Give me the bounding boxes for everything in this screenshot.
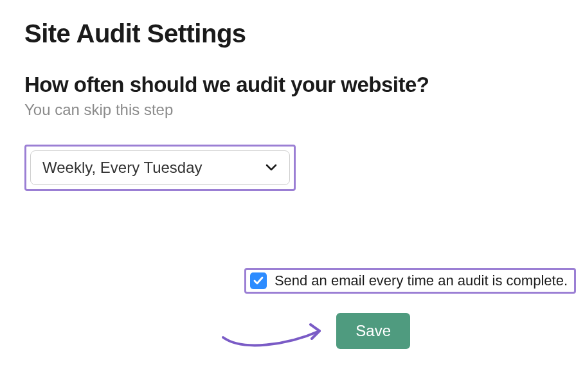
page-title: Site Audit Settings [24, 19, 552, 48]
save-row: Save [217, 312, 410, 350]
save-button[interactable]: Save [336, 313, 410, 349]
email-checkbox[interactable] [250, 272, 267, 289]
email-checkbox-label: Send an email every time an audit is com… [274, 272, 568, 289]
schedule-heading: How often should we audit your website? [24, 73, 552, 97]
bottom-actions: Send an email every time an audit is com… [24, 268, 552, 350]
email-option-highlight: Send an email every time an audit is com… [244, 268, 576, 294]
frequency-select-value: Weekly, Every Tuesday [42, 159, 265, 177]
frequency-highlight: Weekly, Every Tuesday [24, 145, 296, 191]
chevron-down-icon [265, 161, 278, 174]
frequency-select[interactable]: Weekly, Every Tuesday [30, 150, 290, 185]
arrow-annotation [217, 312, 332, 350]
schedule-subtext: You can skip this step [24, 101, 552, 119]
